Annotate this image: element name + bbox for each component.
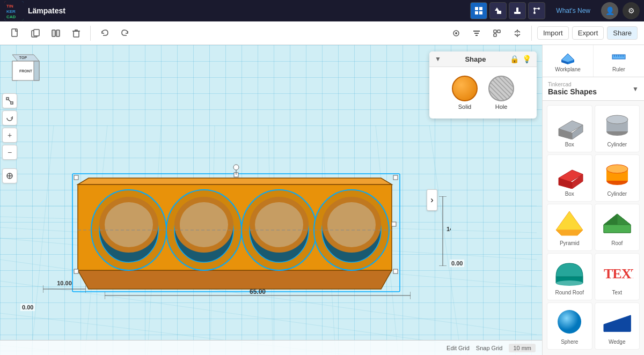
svg-rect-17 (34, 29, 39, 36)
zoom-out-btn[interactable]: − (2, 145, 17, 160)
share-btn[interactable]: Share (607, 26, 638, 40)
svg-text:65.00: 65.00 (250, 288, 266, 295)
project-name: Lämpatest (28, 6, 65, 15)
whats-new-btn[interactable]: What's New (550, 5, 597, 17)
svg-rect-19 (56, 30, 60, 36)
pan-btn[interactable] (2, 168, 17, 183)
svg-point-23 (455, 32, 457, 34)
svg-rect-24 (473, 31, 480, 32)
shape-item-box-gray[interactable]: Box (547, 105, 592, 152)
svg-rect-5 (479, 7, 482, 10)
import-btn[interactable]: Import (537, 26, 569, 40)
svg-rect-80 (393, 269, 398, 273)
shape-item-wedge-navy[interactable]: Wedge (595, 302, 640, 350)
grid-view-btn[interactable] (470, 2, 487, 19)
svg-marker-58 (78, 270, 392, 289)
sphere-label: Sphere (561, 339, 578, 345)
cylinder-gray-label: Cylinder (607, 142, 627, 147)
toolbar2: Import Export Share (0, 21, 644, 45)
hole-label: Hole (495, 103, 508, 110)
svg-point-72 (255, 202, 303, 247)
tinker-label: Tinkercad (548, 82, 629, 87)
redo-btn[interactable] (116, 25, 134, 42)
shape-item-cylinder-gray[interactable]: Cylinder (595, 105, 640, 152)
svg-text:CAD: CAD (6, 14, 16, 19)
solid-option[interactable]: Solid (452, 76, 478, 110)
export-btn[interactable]: Export (572, 26, 604, 40)
svg-rect-20 (74, 31, 79, 37)
svg-text:KER: KER (6, 9, 16, 14)
solid-circle (452, 76, 478, 101)
connect-btn[interactable] (528, 2, 545, 19)
text-label: Text (612, 290, 622, 295)
svg-line-53 (9, 100, 11, 102)
3d-object-container (70, 131, 402, 305)
shape-item-pyramid-yellow[interactable]: Pyramid (547, 204, 592, 251)
svg-marker-119 (556, 211, 583, 230)
user-avatar[interactable]: 👤 (601, 2, 618, 19)
shape-panel: ▼ Shape 🔒 💡 Solid Hole (429, 51, 537, 119)
svg-point-64 (105, 202, 153, 247)
mirror-btn[interactable] (47, 25, 64, 42)
shape-item-roof-green[interactable]: Roof (595, 204, 640, 251)
shape-panel-header: ▼ Shape 🔒 💡 (429, 51, 537, 67)
svg-marker-120 (556, 230, 583, 235)
shape-item-round-roof-teal[interactable]: Round Roof (547, 253, 592, 300)
lock-icon[interactable]: 🔒 (510, 55, 519, 63)
shape-item-box-red[interactable]: Box (547, 154, 592, 202)
bulb-icon[interactable]: 💡 (522, 55, 531, 63)
panel-collapse-btn[interactable]: › (427, 189, 437, 211)
magnet-btn[interactable] (448, 25, 465, 42)
svg-point-112 (606, 115, 628, 124)
svg-line-39 (27, 125, 54, 355)
svg-point-128 (558, 310, 581, 334)
undo-btn[interactable] (96, 25, 113, 42)
dropdown-arrow[interactable]: ▼ (632, 85, 639, 93)
delete-btn[interactable] (68, 25, 85, 42)
workplane-tab[interactable]: Workplane (543, 45, 594, 77)
ruler-label: Ruler (612, 66, 625, 72)
new-document-btn[interactable] (6, 25, 24, 42)
symmetry-btn[interactable] (509, 25, 526, 42)
shape-item-text-red[interactable]: TEXT Text (595, 253, 640, 300)
rotate-view-btn[interactable] (2, 110, 17, 125)
ruler-tab[interactable]: Ruler (594, 45, 644, 77)
copy-btn[interactable] (27, 25, 44, 42)
svg-rect-9 (516, 8, 518, 12)
cylinder-orange-label: Cylinder (607, 191, 627, 197)
roof-label: Roof (611, 240, 623, 246)
viewport[interactable]: TOP FRONT + − (0, 45, 542, 355)
svg-rect-84 (392, 222, 396, 226)
dim-z-label: 0.00 (20, 304, 35, 311)
workplane-icon (559, 49, 576, 64)
hole-option[interactable]: Hole (488, 76, 514, 110)
zoom-fit-btn[interactable] (2, 93, 17, 108)
nav-cube[interactable]: TOP FRONT (4, 49, 42, 87)
svg-text:TEXT: TEXT (604, 266, 633, 282)
zoom-in-btn[interactable]: + (2, 128, 17, 143)
topbar: TIN KER CAD Lämpatest What's New 👤 ⚙ (0, 0, 644, 21)
align2-btn[interactable] (488, 25, 506, 42)
export-icon-btn[interactable] (509, 2, 526, 19)
svg-point-82 (233, 165, 239, 170)
svg-marker-124 (604, 225, 631, 233)
svg-text:TOP: TOP (19, 56, 27, 60)
shape-item-cylinder-orange[interactable]: Cylinder (595, 154, 640, 202)
wedge-label: Wedge (609, 339, 626, 345)
user-settings[interactable]: ⚙ (623, 2, 640, 19)
width-measurement: 65.00 (105, 287, 411, 306)
tools-btn[interactable] (489, 2, 507, 19)
svg-text:FRONT: FRONT (19, 69, 33, 73)
left-tools: + − (2, 93, 17, 183)
align-btn[interactable] (468, 25, 485, 42)
shape-item-sphere-blue[interactable]: Sphere (547, 302, 592, 350)
edit-grid-btn[interactable]: Edit Grid (447, 345, 470, 351)
svg-marker-60 (78, 178, 392, 184)
svg-point-68 (180, 202, 228, 247)
svg-text:10.00: 10.00 (57, 280, 72, 286)
svg-rect-15 (12, 29, 17, 36)
snap-value[interactable]: 10 mm (509, 344, 536, 352)
dim-x-label: 0.00 (450, 260, 464, 267)
tinkercad-logo: TIN KER CAD (4, 1, 24, 20)
svg-rect-8 (514, 12, 521, 14)
